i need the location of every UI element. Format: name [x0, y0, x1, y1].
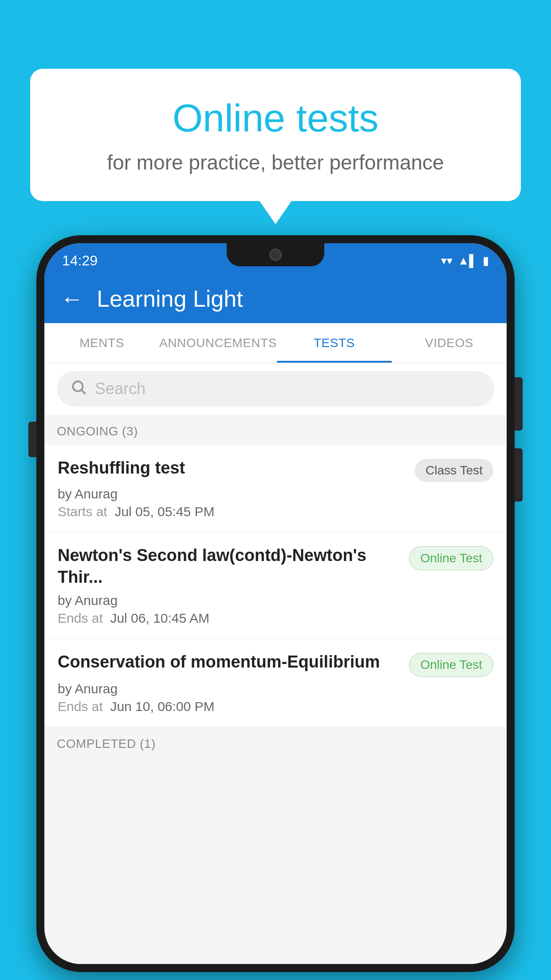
test-time-value: Jul 06, 10:45 AM	[110, 611, 209, 625]
test-time-label: Ends at	[58, 611, 103, 625]
bubble-subtitle: for more practice, better performance	[66, 150, 485, 174]
volume-button	[28, 422, 36, 457]
test-time: Ends at Jul 06, 10:45 AM	[58, 611, 493, 626]
app-title: Learning Light	[97, 285, 243, 312]
test-author: by Anurag	[58, 486, 493, 502]
phone-screen: 14:29 ▾▾ ▲▌ ▮ ← Learning Light MENTS ANN…	[44, 243, 507, 964]
test-badge: Class Test	[415, 459, 493, 482]
tab-tests[interactable]: TESTS	[277, 323, 392, 363]
back-button[interactable]: ←	[60, 285, 83, 312]
bubble-title: Online tests	[66, 95, 485, 141]
status-time: 14:29	[62, 253, 98, 269]
search-placeholder: Search	[95, 379, 146, 398]
bubble-card: Online tests for more practice, better p…	[30, 69, 521, 201]
test-author: by Anurag	[58, 593, 493, 608]
test-author: by Anurag	[58, 681, 493, 696]
test-title: Conservation of momentum-Equilibrium	[58, 651, 409, 673]
wifi-icon: ▾▾	[441, 254, 453, 268]
tab-videos[interactable]: VIDEOS	[392, 323, 507, 363]
battery-icon: ▮	[483, 254, 489, 268]
svg-line-1	[82, 390, 86, 394]
test-time-label: Ends at	[58, 699, 103, 714]
svg-point-0	[73, 381, 83, 391]
test-item[interactable]: Conservation of momentum-Equilibrium Onl…	[44, 639, 507, 727]
phone-notch	[227, 243, 324, 266]
test-item[interactable]: Reshuffling test Class Test by Anurag St…	[44, 445, 507, 532]
signal-icon: ▲▌	[458, 254, 477, 268]
test-item-header: Reshuffling test Class Test	[58, 457, 493, 482]
phone-frame: 14:29 ▾▾ ▲▌ ▮ ← Learning Light MENTS ANN…	[36, 235, 515, 972]
test-badge: Online Test	[409, 546, 493, 570]
tabs-bar: MENTS ANNOUNCEMENTS TESTS VIDEOS	[44, 323, 507, 363]
phone-mockup: 14:29 ▾▾ ▲▌ ▮ ← Learning Light MENTS ANN…	[36, 235, 515, 972]
test-item-header: Conservation of momentum-Equilibrium Onl…	[58, 651, 493, 677]
app-bar: ← Learning Light	[44, 274, 507, 323]
test-time-value: Jun 10, 06:00 PM	[110, 699, 214, 714]
test-item[interactable]: Newton's Second law(contd)-Newton's Thir…	[44, 532, 507, 639]
completed-section-header: COMPLETED (1)	[44, 727, 507, 757]
power-button	[515, 377, 523, 431]
test-item-header: Newton's Second law(contd)-Newton's Thir…	[58, 545, 493, 589]
promo-bubble: Online tests for more practice, better p…	[30, 69, 521, 201]
test-time: Starts at Jul 05, 05:45 PM	[58, 504, 493, 519]
test-time-label: Starts at	[58, 504, 107, 519]
search-bar-container: Search	[44, 363, 507, 415]
test-time-value: Jul 05, 05:45 PM	[114, 504, 214, 519]
volume-down-button	[515, 448, 523, 502]
status-icons: ▾▾ ▲▌ ▮	[441, 254, 489, 268]
test-badge: Online Test	[409, 653, 493, 677]
test-title: Reshuffling test	[58, 457, 415, 479]
tab-announcements[interactable]: ANNOUNCEMENTS	[159, 323, 277, 363]
tab-ments[interactable]: MENTS	[44, 323, 159, 363]
front-camera	[269, 249, 282, 261]
test-time: Ends at Jun 10, 06:00 PM	[58, 699, 493, 714]
search-icon	[70, 379, 87, 399]
ongoing-section-header: ONGOING (3)	[44, 415, 507, 445]
search-bar[interactable]: Search	[57, 371, 494, 407]
test-title: Newton's Second law(contd)-Newton's Thir…	[58, 545, 409, 589]
